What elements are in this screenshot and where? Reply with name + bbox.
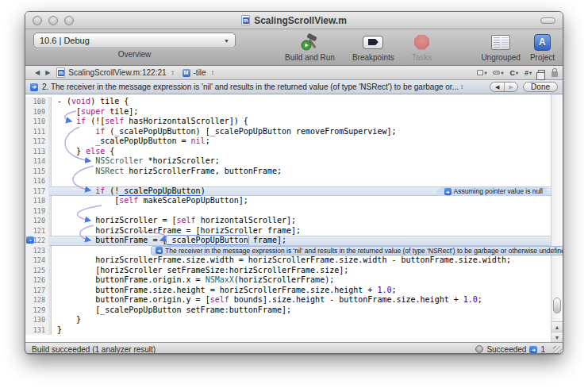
counterpart-menu-button[interactable]: C▾: [509, 69, 518, 77]
ungrouped-button[interactable]: Ungrouped: [481, 33, 520, 62]
code-text[interactable]: horizScroller = [self horizontalScroller…: [49, 216, 563, 226]
line-number[interactable]: ➔122: [25, 236, 49, 246]
code-text[interactable]: [super tile];: [49, 107, 563, 117]
line-number[interactable]: 127: [25, 286, 49, 296]
overview-dropdown[interactable]: 10.6 | Debug ▼: [33, 33, 236, 48]
issue-nav-segmented-control[interactable]: ◀ ▶: [490, 82, 518, 92]
code-text[interactable]: [self makeScalePopUpButton];: [49, 196, 563, 206]
code-line[interactable]: 114 NSScroller *horizScroller;: [25, 156, 563, 167]
code-line[interactable]: 127 buttonFrame.size.height = horizScrol…: [25, 286, 563, 296]
code-line[interactable]: 118 [self makeScalePopUpButton];: [25, 196, 563, 206]
scroll-up-button[interactable]: ▲: [551, 321, 563, 332]
code-line[interactable]: 115 NSRect horizScrollerFrame, buttonFra…: [25, 167, 563, 177]
line-number[interactable]: 121: [25, 226, 49, 236]
build-and-run-button[interactable]: Build and Run: [285, 33, 335, 62]
line-number[interactable]: 109: [25, 107, 49, 117]
code-text[interactable]: if (_scalePopUpButton) [_scalePopUpButto…: [49, 127, 563, 137]
line-number[interactable]: 123: [25, 246, 49, 256]
inline-analyzer-message[interactable]: ➔The receiver in the message expression …: [151, 246, 563, 255]
scroll-down-button[interactable]: ▼: [551, 332, 563, 342]
line-number[interactable]: 108: [25, 97, 49, 107]
code-line[interactable]: 108- (void) tile {: [25, 97, 563, 107]
line-number[interactable]: 116: [25, 176, 49, 186]
line-number[interactable]: 126: [25, 275, 49, 286]
line-number[interactable]: 112: [25, 136, 49, 147]
lock-button[interactable]: [551, 69, 558, 77]
code-line[interactable]: 130 }: [25, 315, 563, 325]
code-text[interactable]: NSScroller *horizScroller;: [49, 156, 563, 167]
line-number[interactable]: 119: [25, 206, 49, 217]
succeeded-label[interactable]: Succeeded: [486, 345, 526, 354]
project-button[interactable]: A Project: [530, 33, 555, 62]
analyzer-line-icon[interactable]: ➔: [26, 236, 34, 244]
minimize-button[interactable]: [48, 16, 58, 25]
line-number[interactable]: 118: [25, 196, 49, 206]
vertical-scrollbar[interactable]: ▲ ▼: [551, 94, 563, 342]
code-text[interactable]: ➔The receiver in the message expression …: [49, 246, 563, 256]
line-number[interactable]: 129: [25, 305, 49, 316]
code-text[interactable]: if (![self hasHorizontalScroller]) {: [49, 117, 563, 127]
code-text[interactable]: [49, 176, 563, 186]
line-number[interactable]: 110: [25, 117, 49, 127]
code-editor[interactable]: 108- (void) tile {109 [super tile];110 i…: [25, 94, 563, 342]
title-bar[interactable]: m ScalingScrollView.m: [25, 12, 563, 29]
code-line[interactable]: 126 buttonFrame.origin.x = NSMaxX(horizS…: [25, 275, 563, 286]
forward-button[interactable]: ▶: [45, 69, 50, 76]
code-line[interactable]: 109 [super tile];: [25, 107, 563, 117]
code-text[interactable]: [_scalePopUpButton setFrame:buttonFrame]…: [49, 305, 563, 316]
code-text[interactable]: }: [49, 315, 563, 325]
line-number[interactable]: 117: [25, 186, 49, 197]
code-text[interactable]: horizScrollerFrame = [horizScroller fram…: [49, 226, 563, 236]
code-line[interactable]: 131}: [25, 325, 563, 336]
code-line[interactable]: 121 horizScrollerFrame = [horizScroller …: [25, 226, 563, 236]
code-line[interactable]: 113 } else {: [25, 147, 563, 157]
line-number[interactable]: 114: [25, 156, 49, 167]
line-number[interactable]: 120: [25, 216, 49, 226]
code-line[interactable]: 125 [horizScroller setFrameSize:horizScr…: [25, 266, 563, 276]
done-button[interactable]: Done: [523, 82, 558, 92]
code-line[interactable]: 119: [25, 206, 563, 217]
code-text[interactable]: buttonFrame.size.height = horizScrollerF…: [49, 286, 563, 296]
code-text[interactable]: _scalePopUpButton = nil;: [49, 136, 563, 147]
code-text[interactable]: }: [49, 325, 563, 336]
code-line[interactable]: 128 buttonFrame.origin.y = [self bounds]…: [25, 295, 563, 305]
resize-grip[interactable]: [553, 346, 562, 354]
previous-issue-button[interactable]: ◀: [490, 83, 504, 91]
code-line[interactable]: 120 horizScroller = [self horizontalScro…: [25, 216, 563, 226]
code-line[interactable]: 111 if (_scalePopUpButton) [_scalePopUpB…: [25, 127, 563, 137]
code-text[interactable]: [49, 206, 563, 217]
line-number[interactable]: 125: [25, 266, 49, 276]
code-line[interactable]: 112 _scalePopUpButton = nil;: [25, 136, 563, 147]
analyzer-count[interactable]: 1: [540, 345, 545, 354]
line-number[interactable]: 131: [25, 325, 49, 336]
bookmarks-menu-button[interactable]: ▾: [477, 70, 486, 75]
code-text[interactable]: [horizScroller setFrameSize:horizScrolle…: [49, 266, 563, 276]
inline-annotation[interactable]: ➔Assuming pointer value is null: [436, 187, 547, 196]
line-number[interactable]: 124: [25, 255, 49, 266]
line-number[interactable]: 111: [25, 127, 49, 137]
code-line[interactable]: 116: [25, 176, 563, 186]
code-text[interactable]: horizScrollerFrame.size.width = horizScr…: [49, 255, 563, 266]
scrollbar-thumb[interactable]: [553, 298, 561, 313]
code-text[interactable]: } else {: [49, 147, 563, 157]
code-text[interactable]: if (!_scalePopUpButton)➔Assuming pointer…: [49, 186, 563, 197]
code-text[interactable]: buttonFrame.origin.x = NSMaxX(horizScrol…: [49, 275, 563, 286]
line-number[interactable]: 128: [25, 295, 49, 305]
code-line[interactable]: 129 [_scalePopUpButton setFrame:buttonFr…: [25, 305, 563, 316]
code-line[interactable]: 110 if (![self hasHorizontalScroller]) {: [25, 117, 563, 127]
zoom-button[interactable]: [64, 16, 74, 25]
close-button[interactable]: [33, 16, 42, 25]
code-line[interactable]: 124 horizScrollerFrame.size.width = hori…: [25, 255, 563, 266]
breakpoints-button[interactable]: Breakpoints: [352, 33, 394, 62]
issues-menu-button[interactable]: #▾: [525, 69, 532, 77]
method-crumb[interactable]: M -tile ↕: [183, 68, 214, 77]
code-text[interactable]: buttonFrame.origin.y = [self bounds].siz…: [49, 295, 563, 305]
code-line[interactable]: ➔122 buttonFrame = [_scalePopUpButton fr…: [25, 236, 563, 246]
line-number[interactable]: 113: [25, 147, 49, 157]
line-number[interactable]: 130: [25, 315, 49, 325]
code-text[interactable]: - (void) tile {: [49, 97, 563, 107]
code-line[interactable]: 117 if (!_scalePopUpButton)➔Assuming poi…: [25, 186, 563, 197]
code-text[interactable]: NSRect horizScrollerFrame, buttonFrame;: [49, 167, 563, 177]
pending-edits-menu-button[interactable]: ▾: [493, 70, 503, 75]
line-number[interactable]: 115: [25, 167, 49, 177]
